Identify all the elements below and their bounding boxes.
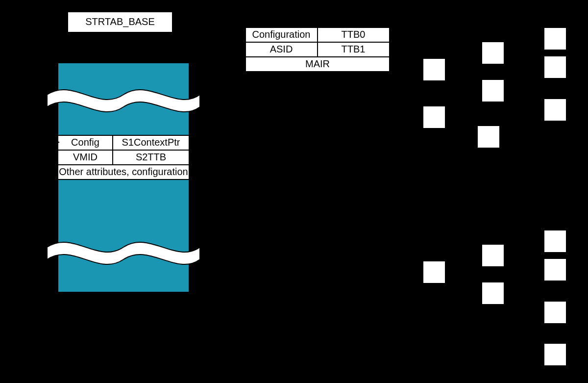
svg-rect-19 (477, 126, 500, 148)
pagetable-tree-upper (390, 27, 566, 148)
svg-rect-46 (544, 301, 566, 324)
cd-ttb1-label: TTB1 (342, 44, 366, 54)
svg-rect-47 (544, 343, 566, 366)
cd-ttb0-label: TTB0 (342, 29, 366, 40)
svg-rect-45 (544, 258, 566, 281)
ste-s2ttb-label: S2TTB (136, 152, 166, 162)
svg-rect-41 (423, 261, 445, 283)
ste-config-label: Config (71, 137, 99, 148)
ste-other-label: Other attributes, configuration (59, 166, 188, 177)
svg-rect-20 (544, 27, 566, 50)
svg-rect-15 (423, 58, 445, 81)
strtab-base-label: STRTAB_BASE (85, 16, 155, 27)
stream-table-entry: Config S1ContextPtr VMID S2TTB Other att… (58, 135, 189, 179)
arrow-ste-to-context (189, 46, 246, 142)
cd-configuration-label: Configuration (252, 29, 311, 40)
pagetable-tree-lower (412, 216, 566, 366)
arrow-ste-to-stage2 (189, 157, 413, 219)
svg-rect-18 (423, 106, 445, 128)
svg-rect-17 (482, 79, 504, 102)
svg-rect-21 (544, 56, 566, 78)
cd-asid-label: ASID (270, 44, 293, 54)
ste-vmid-label: VMID (73, 152, 98, 162)
svg-rect-22 (544, 99, 566, 121)
cd-mair-label: MAIR (305, 58, 330, 69)
svg-marker-69 (239, 46, 246, 52)
svg-rect-42 (482, 244, 504, 267)
svg-rect-44 (544, 230, 566, 253)
svg-rect-43 (482, 282, 504, 305)
ste-s1contextptr-label: S1ContextPtr (122, 137, 180, 148)
svg-rect-16 (482, 42, 504, 64)
context-descriptor: Configuration TTB0 ASID TTB1 MAIR (245, 27, 390, 72)
